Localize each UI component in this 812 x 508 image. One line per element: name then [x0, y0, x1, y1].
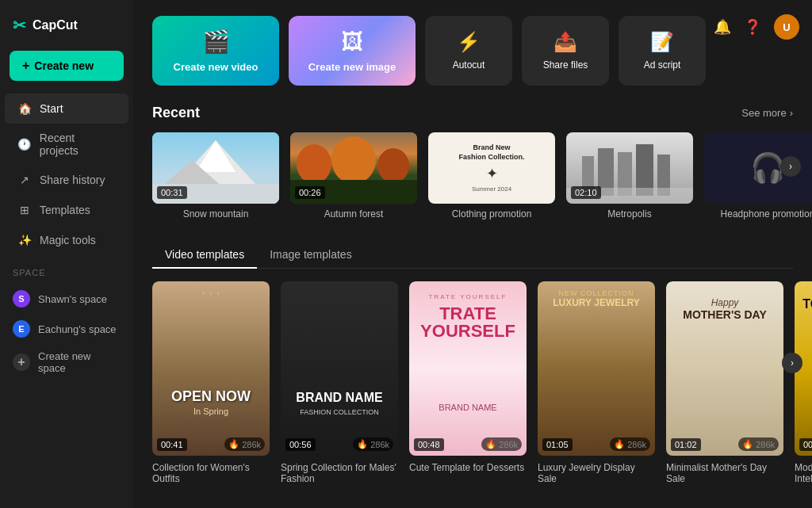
recent-card-snow-mountain[interactable]: 00:31 Snow mountain	[152, 132, 279, 220]
space-shawn[interactable]: S Shawn's space	[0, 284, 133, 314]
autocut-icon: ⚡	[457, 31, 481, 53]
svg-point-6	[297, 144, 331, 184]
magic-icon: ✨	[17, 233, 32, 247]
tab-video-templates[interactable]: Video templates	[152, 242, 257, 269]
ad-script-icon: 📝	[650, 31, 674, 53]
recent-card-headphone[interactable]: 🎧 Headphone promotion	[704, 132, 812, 220]
fire-icon-2: 🔥	[357, 439, 368, 449]
template-carousel-next[interactable]: ›	[782, 353, 802, 373]
mothers-name: Minimalist Mother's Day Sale	[666, 462, 783, 484]
create-new-image-card[interactable]: 🖼 Create new image	[289, 16, 416, 86]
fire-icon-5: 🔥	[742, 439, 753, 449]
brand-duration: 00:56	[285, 438, 316, 451]
womens-name: Collection for Women's Outfits	[152, 462, 270, 484]
image-card-label: Create new image	[301, 61, 404, 73]
video-card-icon: 🎬	[202, 29, 230, 55]
user-avatar[interactable]: U	[774, 14, 799, 40]
womens-info: Collection for Women's Outfits	[152, 456, 270, 487]
sidebar-item-magic-label: Magic tools	[40, 234, 96, 246]
sidebar-item-start[interactable]: 🏠 Start	[5, 94, 128, 124]
mothers-info: Minimalist Mother's Day Sale	[666, 456, 783, 487]
headphone-name: Headphone promotion	[704, 208, 812, 220]
tab-image-templates[interactable]: Image templates	[257, 242, 365, 269]
electrics-name: Modern Minimalist Intelligent Product Pr…	[795, 462, 812, 484]
jewelry-thumb: New Collection LUXURY JEWELRY 01:05 🔥 28…	[538, 281, 655, 456]
template-grid: ♀ ♀ ♀ OPEN NOW In Spring 00:41 🔥 286k Co…	[152, 281, 793, 487]
eachung-avatar: E	[13, 320, 30, 338]
share-files-card[interactable]: 📤 Share files	[522, 16, 609, 86]
desserts-info: Cute Template for Desserts	[409, 456, 527, 476]
desserts-thumb: TRATE YOURSELF TRATEYOURSELF BRAND NAME …	[409, 281, 527, 456]
chevron-right-icon: ›	[790, 107, 793, 119]
bell-icon[interactable]: 🔔	[714, 18, 731, 36]
jewelry-likes: 🔥 286k	[610, 437, 650, 451]
recent-title: Recent	[152, 105, 200, 121]
ad-script-card[interactable]: 📝 Ad script	[619, 16, 706, 86]
template-card-electrics[interactable]: TOP ELECTRICS TOP ELECTRICS 00:12 🔥 286k…	[795, 281, 812, 487]
template-card-mothers[interactable]: Happy MOTHER'S DAY 01:02 🔥 286k Minimali…	[666, 281, 783, 487]
desserts-name: Cute Template for Desserts	[409, 462, 527, 473]
sidebar-item-share[interactable]: ↗ Share history	[5, 165, 128, 195]
sidebar: ✂ CapCut + Create new 🏠 Start 🕐 Recent p…	[0, 0, 133, 508]
fire-icon: 🔥	[228, 439, 239, 449]
sidebar-item-templates-label: Templates	[40, 204, 90, 216]
jewelry-likes-count: 286k	[627, 440, 646, 449]
share-icon: ↗	[17, 173, 32, 187]
mothers-duration: 01:02	[671, 438, 701, 451]
snow-mountain-duration: 00:31	[157, 186, 187, 199]
recent-card-autumn-forest[interactable]: 00:26 Autumn forest	[290, 132, 417, 220]
template-card-desserts[interactable]: TRATE YOURSELF TRATEYOURSELF BRAND NAME …	[409, 281, 527, 487]
plus-icon: +	[22, 59, 29, 73]
home-icon: 🏠	[17, 101, 32, 116]
recent-grid: 00:31 Snow mountain 00:26 Autumn forest	[152, 132, 793, 220]
space-eachung[interactable]: E Eachung's space	[0, 314, 133, 344]
svg-point-7	[331, 136, 376, 184]
space-label: SPACE	[0, 255, 133, 284]
create-new-button[interactable]: + Create new	[10, 51, 124, 81]
create-new-video-card[interactable]: 🎬 Create new video	[152, 16, 279, 86]
help-icon[interactable]: ❓	[744, 18, 761, 36]
template-card-womens[interactable]: ♀ ♀ ♀ OPEN NOW In Spring 00:41 🔥 286k Co…	[152, 281, 270, 487]
action-cards-row: 🎬 Create new video 🖼 Create new image ⚡ …	[152, 16, 793, 86]
autocut-card[interactable]: ⚡ Autocut	[425, 16, 512, 86]
snow-mountain-name: Snow mountain	[152, 208, 279, 220]
recent-card-clothing[interactable]: Brand NewFashion Collection. ✦ Summer 20…	[428, 132, 555, 220]
metropolis-duration: 02:10	[571, 186, 601, 199]
see-more-text: See more	[741, 107, 786, 119]
share-files-label: Share files	[543, 59, 588, 71]
create-btn-label: Create new	[34, 59, 94, 72]
template-card-brand[interactable]: BRAND NAME FASHION COLLECTION 00:56 🔥 28…	[281, 281, 398, 487]
desserts-likes: 🔥 286k	[481, 437, 522, 451]
sidebar-item-magic[interactable]: ✨ Magic tools	[5, 225, 128, 255]
sidebar-item-recent[interactable]: 🕐 Recent projects	[5, 124, 128, 165]
image-card-icon: 🖼	[341, 29, 363, 55]
main-content: 📅 ☰ 🔔 ❓ U 🎬 Create new video 🖼 Create ne…	[133, 0, 812, 508]
mothers-likes: 🔥 286k	[738, 437, 779, 451]
jewelry-duration: 01:05	[542, 438, 573, 451]
sidebar-item-templates[interactable]: ⊞ Templates	[5, 195, 128, 225]
womens-duration: 00:41	[157, 438, 187, 451]
womens-thumb: ♀ ♀ ♀ OPEN NOW In Spring 00:41 🔥 286k	[152, 281, 270, 456]
autumn-forest-name: Autumn forest	[290, 208, 417, 220]
recent-carousel-next[interactable]: ›	[780, 156, 801, 177]
clothing-name: Clothing promotion	[428, 208, 555, 220]
logo-icon: ✂	[13, 16, 26, 35]
video-card-label: Create new video	[166, 61, 266, 73]
see-more-link[interactable]: See more ›	[741, 107, 793, 119]
brand-likes: 🔥 286k	[353, 437, 393, 451]
space-create-new[interactable]: + Create new space	[0, 344, 133, 380]
clock-icon: 🕐	[17, 137, 32, 151]
template-card-jewelry[interactable]: New Collection LUXURY JEWELRY 01:05 🔥 28…	[538, 281, 655, 487]
recent-card-metropolis[interactable]: 02:10 Metropolis	[566, 132, 693, 220]
snow-mountain-thumb: 00:31	[152, 132, 279, 204]
fire-icon-4: 🔥	[614, 439, 625, 449]
autocut-label: Autocut	[453, 59, 485, 71]
brand-likes-count: 286k	[370, 440, 389, 449]
create-space-label: Create new space	[38, 350, 121, 374]
fire-icon-3: 🔥	[485, 439, 496, 449]
sidebar-item-share-label: Share history	[40, 174, 105, 186]
sidebar-item-recent-label: Recent projects	[40, 132, 116, 157]
mothers-likes-count: 286k	[756, 440, 775, 449]
desserts-duration: 00:48	[414, 438, 444, 451]
sidebar-item-start-label: Start	[40, 102, 63, 115]
